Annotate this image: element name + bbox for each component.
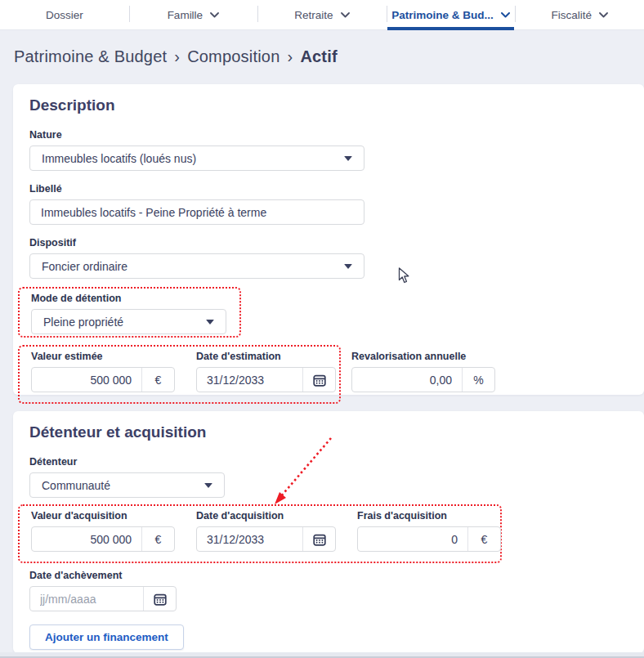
nature-group: Nature Immeubles locatifs (loués nus): [29, 129, 628, 171]
date-achevement-field: [29, 586, 177, 611]
date-estimation-input[interactable]: [197, 368, 302, 392]
section-title-detenteur: Détenteur et acquisition: [29, 423, 628, 441]
caret-down-icon: [344, 264, 352, 269]
detenteur-group: Détenteur Communauté: [29, 456, 628, 498]
valeur-acquisition-field: €: [31, 526, 175, 552]
euro-suffix: €: [467, 527, 500, 551]
calendar-icon[interactable]: [302, 527, 335, 551]
euro-suffix: €: [141, 368, 174, 392]
caret-down-icon: [206, 320, 214, 325]
date-estimation-label: Date d'estimation: [196, 351, 336, 362]
top-navigation: Dossier Famille Retraite Patrimoine & Bu…: [0, 0, 644, 30]
chevron-down-icon: [341, 12, 350, 18]
frais-acquisition-field: €: [357, 526, 501, 552]
tab-patrimoine-budget[interactable]: Patrimoine & Bud...: [387, 0, 516, 29]
mode-detention-select[interactable]: Pleine propriété: [31, 309, 226, 334]
detenteur-selected-value: Communauté: [42, 479, 110, 492]
chevron-down-icon: [501, 12, 510, 18]
tab-famille[interactable]: Famille: [129, 0, 258, 29]
tab-retraite[interactable]: Retraite: [257, 0, 387, 29]
calendar-icon[interactable]: [143, 587, 176, 611]
frais-acquisition-input[interactable]: [358, 527, 467, 551]
revalorisation-field: %: [351, 367, 495, 392]
date-achevement-input[interactable]: [30, 587, 143, 611]
date-achevement-group: Date d'achèvement: [29, 570, 628, 611]
valeur-estimee-group: Valeur estimée €: [31, 351, 175, 392]
nature-label: Nature: [29, 129, 628, 141]
valeur-acquisition-group: Valeur d'acquisition €: [31, 510, 175, 552]
dispositif-select[interactable]: Foncier ordinaire: [29, 253, 364, 279]
tab-label: Dossier: [46, 9, 83, 21]
breadcrumb-actif: Actif: [300, 47, 337, 65]
detenteur-select[interactable]: Communauté: [29, 472, 225, 498]
tab-label: Famille: [168, 9, 203, 21]
date-achevement-label: Date d'achèvement: [29, 570, 628, 581]
revalorisation-input[interactable]: [352, 368, 462, 392]
nature-selected-value: Immeubles locatifs (loués nus): [42, 152, 196, 165]
tab-fiscalite[interactable]: Fiscalité: [515, 0, 644, 29]
mode-detention-selected-value: Pleine propriété: [43, 316, 123, 329]
caret-down-icon: [204, 483, 212, 488]
mode-detention-highlight-box: Mode de détention Pleine propriété: [18, 287, 241, 338]
tab-label: Patrimoine & Bud...: [391, 9, 494, 21]
date-acquisition-input[interactable]: [197, 527, 302, 551]
estimation-highlight-box: Valeur estimée € Date d'estimation: [18, 345, 341, 404]
add-financing-button[interactable]: Ajouter un financement: [29, 624, 184, 650]
estimation-row: Valeur estimée € Date d'estimation Reval…: [18, 345, 628, 404]
percent-suffix: %: [462, 368, 494, 392]
date-estimation-field: [196, 367, 336, 392]
breadcrumb-patrimoine-budget[interactable]: Patrimoine & Budget: [14, 47, 167, 65]
detenteur-acquisition-section: Détenteur et acquisition Détenteur Commu…: [13, 411, 644, 653]
breadcrumb: Patrimoine & Budget›Composition›Actif: [14, 47, 338, 66]
frais-acquisition-label: Frais d'acquisition: [357, 510, 501, 521]
section-title-description: Description: [29, 96, 628, 114]
breadcrumb-composition[interactable]: Composition: [187, 47, 280, 65]
libelle-input[interactable]: [29, 199, 364, 225]
frais-acquisition-group: Frais d'acquisition €: [357, 510, 501, 552]
date-acquisition-field: [196, 526, 336, 552]
date-acquisition-label: Date d'acquisition: [196, 510, 336, 521]
acquisition-highlight-box: Valeur d'acquisition € Date d'acquisitio…: [18, 504, 502, 563]
revalorisation-group: Revalorisation annuelle %: [351, 345, 495, 392]
dispositif-label: Dispositif: [29, 237, 628, 248]
chevron-down-icon: [599, 12, 608, 18]
euro-suffix: €: [141, 527, 174, 551]
valeur-acquisition-input[interactable]: [32, 527, 141, 551]
libelle-label: Libellé: [29, 183, 628, 195]
mode-detention-label: Mode de détention: [31, 293, 228, 304]
valeur-estimee-field: €: [31, 367, 175, 392]
breadcrumb-separator: ›: [288, 47, 293, 65]
date-estimation-group: Date d'estimation: [196, 351, 336, 392]
chevron-down-icon: [210, 12, 219, 18]
nature-select[interactable]: Immeubles locatifs (loués nus): [29, 145, 364, 171]
dispositif-selected-value: Foncier ordinaire: [42, 260, 127, 273]
valeur-estimee-label: Valeur estimée: [31, 351, 175, 362]
tab-label: Retraite: [294, 9, 333, 21]
date-acquisition-group: Date d'acquisition: [196, 510, 336, 552]
caret-down-icon: [344, 156, 352, 161]
calendar-icon[interactable]: [302, 368, 335, 392]
footer-strip: [0, 652, 644, 658]
dispositif-group: Dispositif Foncier ordinaire: [29, 237, 628, 279]
valeur-acquisition-label: Valeur d'acquisition: [31, 510, 175, 521]
acquisition-row: Valeur d'acquisition € Date d'acquisitio…: [18, 504, 628, 563]
tab-label: Fiscalité: [551, 9, 592, 21]
detenteur-label: Détenteur: [29, 456, 628, 468]
tab-dossier[interactable]: Dossier: [0, 0, 129, 29]
breadcrumb-separator: ›: [174, 47, 180, 65]
valeur-estimee-input[interactable]: [32, 368, 141, 392]
description-section: Description Nature Immeubles locatifs (l…: [13, 84, 644, 395]
libelle-group: Libellé: [29, 183, 628, 225]
revalorisation-label: Revalorisation annuelle: [351, 351, 495, 362]
